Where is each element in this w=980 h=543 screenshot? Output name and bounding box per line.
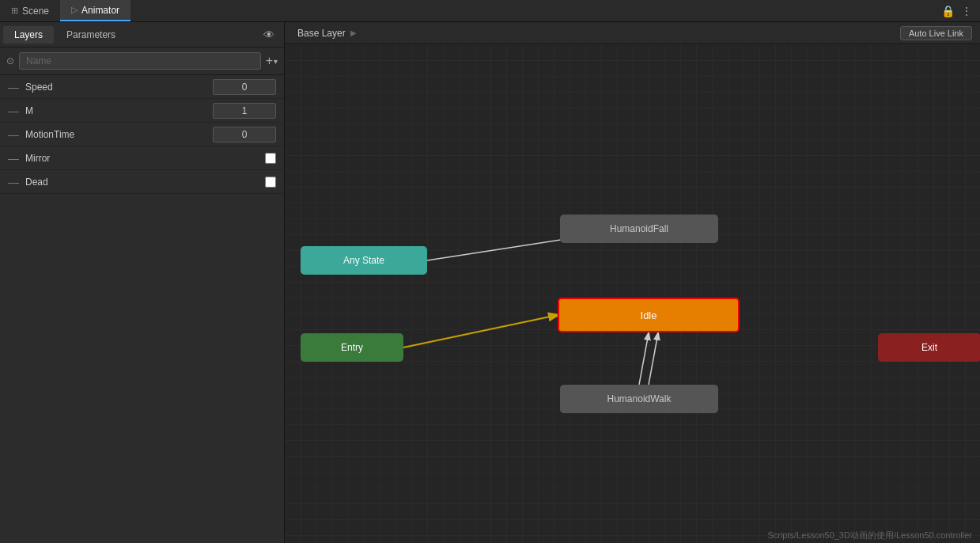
- param-row-mirror[interactable]: — Mirror: [0, 146, 284, 170]
- scene-icon: ⊞: [11, 6, 18, 16]
- param-name-speed: Speed: [25, 82, 206, 93]
- param-name-m: M: [25, 105, 206, 116]
- main-layout: Layers Parameters 👁 ⊙ + ▾ — Speed: [0, 22, 980, 543]
- param-value-mirror[interactable]: [265, 153, 276, 164]
- breadcrumb-base-layer: Base Layer: [293, 28, 350, 39]
- idle-node[interactable]: Idle: [558, 298, 740, 332]
- param-name-mirror: Mirror: [25, 153, 259, 164]
- humanoid-walk-node[interactable]: HumanoidWalk: [560, 385, 718, 413]
- exit-node[interactable]: Exit: [878, 333, 980, 362]
- svg-line-2: [639, 333, 649, 385]
- param-value-dead[interactable]: [265, 177, 276, 188]
- param-name-dead: Dead: [25, 177, 259, 188]
- canvas-toolbar: Base Layer ▶ Auto Live Link: [285, 22, 980, 44]
- lock-icon[interactable]: 🔒: [941, 5, 955, 17]
- layers-tab[interactable]: Layers: [3, 26, 54, 44]
- search-bar: ⊙ + ▾: [0, 47, 284, 75]
- param-row-motiontime[interactable]: — MotionTime: [0, 123, 284, 146]
- param-row-m[interactable]: — M: [0, 99, 284, 123]
- scene-tab[interactable]: ⊞ Scene: [0, 0, 60, 21]
- param-type-icon-mirror: —: [8, 152, 19, 165]
- entry-node[interactable]: Entry: [301, 333, 403, 362]
- animator-icon: ▷: [71, 5, 78, 15]
- more-menu-icon[interactable]: ⋮: [961, 5, 972, 17]
- add-parameter-button[interactable]: + ▾: [266, 54, 278, 68]
- animator-tab-label: Animator: [81, 5, 119, 16]
- breadcrumb-arrow: ▶: [350, 28, 357, 37]
- left-panel: Layers Parameters 👁 ⊙ + ▾ — Speed: [0, 22, 285, 543]
- arrows-svg: [285, 44, 980, 543]
- svg-line-3: [649, 333, 658, 385]
- param-value-m[interactable]: [213, 103, 276, 119]
- search-input[interactable]: [19, 52, 261, 70]
- visibility-icon[interactable]: 👁: [257, 28, 281, 41]
- top-tab-bar: ⊞ Scene ▷ Animator 🔒 ⋮: [0, 0, 980, 22]
- param-name-motiontime: MotionTime: [25, 129, 206, 140]
- search-icon: ⊙: [6, 55, 14, 66]
- parameters-tab[interactable]: Parameters: [55, 26, 127, 44]
- canvas-area: Base Layer ▶ Auto Live Link: [285, 22, 980, 543]
- param-row-dead[interactable]: — Dead: [0, 170, 284, 194]
- parameters-list: — Speed — M — MotionTime — Mirror: [0, 75, 284, 543]
- param-type-icon-m: —: [8, 104, 19, 117]
- param-type-icon-motiontime: —: [8, 128, 19, 141]
- any-state-node[interactable]: Any State: [301, 246, 427, 275]
- humanoid-fall-node[interactable]: HumanoidFall: [560, 215, 718, 243]
- svg-line-1: [403, 315, 558, 347]
- param-type-icon-dead: —: [8, 176, 19, 188]
- param-value-motiontime[interactable]: [213, 127, 276, 142]
- sub-tabs: Layers Parameters 👁: [0, 22, 284, 47]
- animator-tab[interactable]: ▷ Animator: [60, 0, 131, 21]
- param-type-icon-speed: —: [8, 81, 19, 93]
- scene-tab-label: Scene: [22, 6, 49, 17]
- top-right-controls: 🔒 ⋮: [941, 5, 980, 17]
- status-bar: Scripts/Lesson50_3D动画的使用/Lesson50.contro…: [759, 528, 980, 543]
- param-row-speed[interactable]: — Speed: [0, 75, 284, 99]
- auto-live-link-button[interactable]: Auto Live Link: [900, 26, 972, 40]
- grid-canvas[interactable]: Any State Entry Exit Idle HumanoidFall H…: [285, 44, 980, 543]
- param-value-speed[interactable]: [213, 79, 276, 95]
